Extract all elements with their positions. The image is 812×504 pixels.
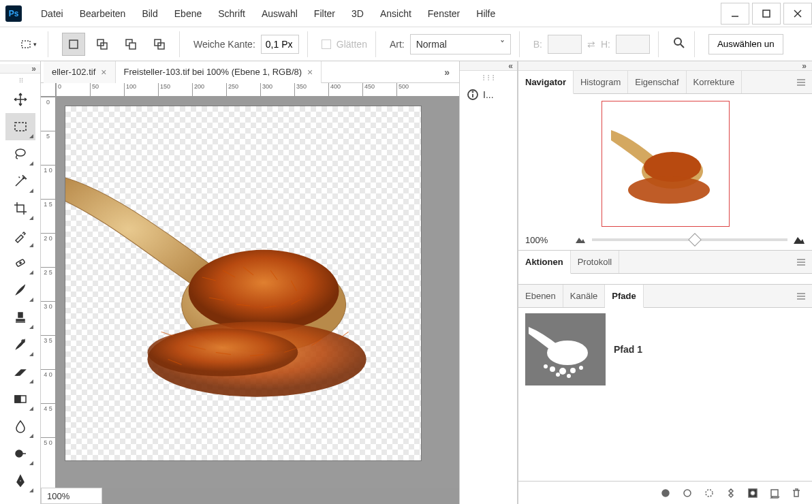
new-path-icon[interactable] bbox=[768, 487, 781, 499]
tab-close-icon[interactable]: × bbox=[307, 67, 313, 78]
delete-path-icon[interactable] bbox=[790, 487, 802, 499]
close-button[interactable] bbox=[783, 3, 812, 25]
minimize-button[interactable] bbox=[721, 3, 749, 25]
panel-dock-collapse[interactable] bbox=[518, 61, 812, 71]
horizontal-ruler[interactable]: 050100150200250300350400450500 bbox=[56, 83, 459, 97]
menu-filter[interactable]: Filter bbox=[307, 5, 342, 22]
menu-hilfe[interactable]: Hilfe bbox=[469, 5, 502, 22]
subtract-selection-icon[interactable] bbox=[119, 33, 142, 56]
panel-menu-icon[interactable] bbox=[790, 285, 812, 307]
add-selection-icon[interactable] bbox=[91, 33, 114, 56]
toolbar-collapse[interactable] bbox=[0, 64, 40, 74]
tool-preset-icon[interactable]: ▾ bbox=[16, 33, 40, 56]
toolbar-handle[interactable] bbox=[10, 76, 31, 83]
svg-point-50 bbox=[567, 374, 571, 378]
tab-histogram[interactable]: Histogram bbox=[574, 71, 628, 93]
marquee-tool[interactable] bbox=[5, 113, 35, 140]
dock-expand[interactable] bbox=[460, 61, 517, 71]
canvas-viewport[interactable] bbox=[56, 97, 459, 488]
svg-point-28 bbox=[473, 92, 473, 93]
zoom-out-icon[interactable] bbox=[574, 235, 587, 245]
svg-point-47 bbox=[570, 368, 576, 373]
image-canvas[interactable] bbox=[65, 106, 421, 460]
fill-path-icon[interactable] bbox=[659, 487, 672, 499]
select-mask-button[interactable]: Auswählen un bbox=[708, 34, 783, 54]
brush-tool[interactable] bbox=[5, 277, 35, 304]
style-select[interactable]: Normal˅ bbox=[410, 34, 511, 54]
tool-palette bbox=[0, 61, 41, 504]
tab-navigator[interactable]: Navigator bbox=[518, 71, 574, 94]
path-thumbnail bbox=[525, 313, 606, 385]
tab-adjustments[interactable]: Korrekture bbox=[687, 71, 743, 93]
eyedropper-tool[interactable] bbox=[5, 222, 35, 249]
panel-menu-icon[interactable] bbox=[790, 71, 812, 93]
feather-input[interactable] bbox=[261, 35, 299, 54]
actions-panel bbox=[518, 274, 812, 285]
actions-tabs: Aktionen Protokoll bbox=[518, 251, 812, 274]
zoom-in-icon[interactable] bbox=[793, 235, 805, 245]
tab-history[interactable]: Protokoll bbox=[571, 251, 620, 273]
width-input bbox=[548, 35, 582, 54]
panel-menu-icon[interactable] bbox=[790, 251, 812, 273]
zoom-readout[interactable]: 100% bbox=[41, 488, 102, 504]
tab-paths[interactable]: Pfade bbox=[605, 285, 643, 308]
menu-3d[interactable]: 3D bbox=[345, 5, 371, 22]
menu-datei[interactable]: Datei bbox=[34, 5, 70, 22]
menu-bearbeiten[interactable]: Bearbeiten bbox=[73, 5, 133, 22]
path-row[interactable]: Pfad 1 bbox=[518, 308, 812, 391]
width-label: B: bbox=[533, 39, 542, 50]
document-tab[interactable]: eller-102.tif × bbox=[44, 61, 116, 83]
pen-tool[interactable] bbox=[5, 467, 35, 494]
menu-bild[interactable]: Bild bbox=[135, 5, 164, 22]
document-tab[interactable]: Freisteller-103.tif bei 100% (Ebene 1, R… bbox=[116, 61, 322, 83]
menu-ebene[interactable]: Ebene bbox=[168, 5, 208, 22]
maximize-button[interactable] bbox=[752, 3, 781, 25]
svg-rect-9 bbox=[129, 43, 136, 49]
dodge-tool[interactable] bbox=[5, 440, 35, 467]
svg-point-45 bbox=[550, 366, 555, 372]
tab-layers[interactable]: Ebenen bbox=[518, 285, 563, 307]
tab-overflow[interactable]: » bbox=[435, 67, 459, 78]
menu-fenster[interactable]: Fenster bbox=[421, 5, 467, 22]
tab-properties[interactable]: Eigenschaf bbox=[628, 71, 686, 93]
dock-handle[interactable]: ⫶⫶⫶ bbox=[460, 71, 517, 83]
new-selection-icon[interactable] bbox=[62, 33, 85, 56]
gradient-tool[interactable] bbox=[5, 385, 35, 413]
blur-tool[interactable] bbox=[5, 413, 35, 440]
navigator-preview[interactable] bbox=[602, 101, 730, 227]
load-selection-icon[interactable] bbox=[703, 487, 715, 499]
lasso-tool[interactable] bbox=[5, 140, 35, 168]
paths-panel: Pfad 1 bbox=[518, 308, 812, 504]
crop-tool[interactable] bbox=[5, 195, 35, 222]
add-mask-icon[interactable] bbox=[747, 487, 759, 499]
stroke-path-icon[interactable] bbox=[681, 487, 693, 499]
intersect-selection-icon[interactable] bbox=[148, 33, 171, 56]
svg-point-53 bbox=[706, 490, 713, 497]
menu-auswahl[interactable]: Auswahl bbox=[255, 5, 304, 22]
info-panel-collapsed[interactable]: I... bbox=[460, 83, 517, 106]
move-tool[interactable] bbox=[5, 86, 35, 113]
menu-ansicht[interactable]: Ansicht bbox=[373, 5, 418, 22]
svg-point-51 bbox=[662, 490, 669, 497]
svg-point-21 bbox=[19, 480, 21, 482]
svg-point-55 bbox=[751, 490, 755, 495]
stamp-tool[interactable] bbox=[5, 304, 35, 331]
swap-icon[interactable]: ⇄ bbox=[587, 39, 595, 50]
history-brush-tool[interactable] bbox=[5, 331, 35, 358]
tab-close-icon[interactable]: × bbox=[101, 67, 106, 78]
healing-tool[interactable] bbox=[5, 249, 35, 277]
menu-schrift[interactable]: Schrift bbox=[211, 5, 252, 22]
search-icon[interactable] bbox=[672, 36, 686, 52]
svg-rect-4 bbox=[22, 41, 30, 48]
tab-channels[interactable]: Kanäle bbox=[563, 285, 605, 307]
eraser-tool[interactable] bbox=[5, 358, 35, 385]
tab-actions[interactable]: Aktionen bbox=[518, 251, 571, 274]
vertical-ruler[interactable]: 051 01 52 02 53 03 54 04 55 0 bbox=[41, 97, 56, 504]
svg-point-23 bbox=[189, 250, 339, 332]
navigator-zoom-slider[interactable] bbox=[592, 238, 787, 241]
navigator-zoom-value[interactable]: 100% bbox=[525, 235, 569, 245]
make-workpath-icon[interactable] bbox=[725, 487, 737, 499]
style-label: Art: bbox=[390, 39, 405, 50]
info-icon bbox=[467, 89, 479, 101]
magic-wand-tool[interactable] bbox=[5, 168, 35, 195]
